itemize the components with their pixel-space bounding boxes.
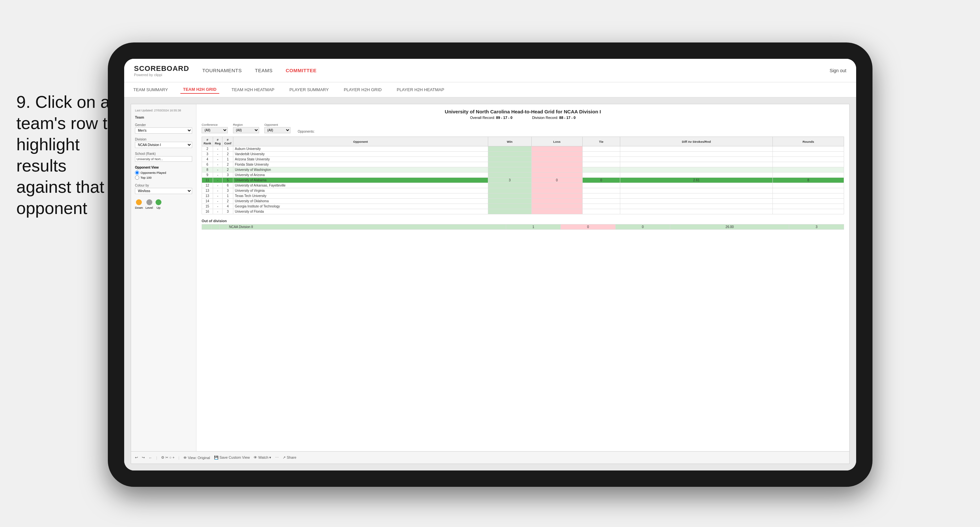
table-cell: University of Florida bbox=[233, 209, 488, 214]
radio-top-100[interactable]: Top 100 bbox=[135, 175, 192, 180]
table-cell bbox=[531, 157, 582, 162]
table-cell bbox=[773, 146, 844, 151]
table-cell bbox=[620, 204, 773, 209]
table-cell: University of Arizona bbox=[233, 172, 488, 178]
colour-by-select[interactable]: Win/loss bbox=[135, 188, 192, 194]
table-cell bbox=[582, 167, 620, 172]
table-cell bbox=[488, 146, 531, 151]
table-row[interactable]: 11-5University of Alabama3002.618 bbox=[202, 178, 844, 183]
table-cell bbox=[531, 188, 582, 193]
table-cell: Texas Tech University bbox=[233, 193, 488, 199]
table-row[interactable]: 12-6University of Arkansas, Fayetteville bbox=[202, 183, 844, 188]
undo-button[interactable]: ↩ bbox=[135, 455, 138, 460]
table-cell: Auburn University bbox=[233, 146, 488, 151]
table-row[interactable]: 13-1Texas Tech University bbox=[202, 193, 844, 199]
nav-committee[interactable]: COMMITTEE bbox=[286, 66, 317, 75]
table-cell: 1 bbox=[223, 146, 233, 151]
table-cell bbox=[773, 172, 844, 178]
tab-team-h2h-heatmap[interactable]: TEAM H2H HEATMAP bbox=[229, 86, 277, 94]
right-panel: University of North Carolina Head-to-Hea… bbox=[196, 104, 849, 451]
table-cell bbox=[488, 162, 531, 167]
table-row[interactable]: 14-2University of Oklahoma bbox=[202, 199, 844, 204]
ood-win: 1 bbox=[506, 224, 560, 230]
share-btn[interactable]: ↗ Share bbox=[283, 455, 296, 460]
table-cell: - bbox=[213, 146, 223, 151]
table-cell: - bbox=[213, 178, 223, 183]
table-cell: 1 bbox=[223, 193, 233, 199]
table-cell: 4 bbox=[202, 157, 213, 162]
table-cell bbox=[488, 157, 531, 162]
table-cell: 13 bbox=[202, 193, 213, 199]
table-row[interactable]: 16-3University of Florida bbox=[202, 209, 844, 214]
radio-opponents-played[interactable]: Opponents Played bbox=[135, 170, 192, 175]
toolbar-more-btn[interactable]: ⋯ bbox=[275, 455, 279, 460]
table-cell: 14 bbox=[202, 199, 213, 204]
tab-player-summary[interactable]: PLAYER SUMMARY bbox=[287, 86, 331, 94]
sign-out-link[interactable]: Sign out bbox=[830, 68, 846, 73]
tab-player-h2h-grid[interactable]: PLAYER H2H GRID bbox=[341, 86, 384, 94]
table-cell: 2 bbox=[223, 167, 233, 172]
table-cell: University of Oklahoma bbox=[233, 199, 488, 204]
table-cell: - bbox=[213, 157, 223, 162]
watch-btn[interactable]: 👁 Watch ▾ bbox=[254, 455, 271, 460]
table-row[interactable]: 6-2Florida State University bbox=[202, 162, 844, 167]
table-cell bbox=[582, 183, 620, 188]
table-cell bbox=[620, 151, 773, 157]
table-cell: - bbox=[213, 199, 223, 204]
tab-team-summary[interactable]: TEAM SUMMARY bbox=[131, 86, 170, 94]
gender-select[interactable]: Men's bbox=[135, 127, 192, 134]
table-cell bbox=[531, 204, 582, 209]
table-cell bbox=[620, 167, 773, 172]
table-row[interactable]: 13-3University of Virginia bbox=[202, 188, 844, 193]
conference-filter-select[interactable]: (All) bbox=[202, 127, 228, 133]
table-cell bbox=[531, 199, 582, 204]
out-of-division-label: Out of division bbox=[202, 219, 844, 223]
table-cell bbox=[620, 146, 773, 151]
table-cell bbox=[620, 183, 773, 188]
record-row: Overall Record: 89 - 17 - 0 Division Rec… bbox=[202, 116, 844, 119]
nav-teams[interactable]: TEAMS bbox=[255, 66, 272, 75]
table-cell: - bbox=[213, 167, 223, 172]
save-custom-view-btn[interactable]: 💾 Save Custom View bbox=[214, 455, 250, 460]
table-cell bbox=[773, 209, 844, 214]
division-select[interactable]: NCAA Division I bbox=[135, 142, 192, 148]
out-of-division-row[interactable]: NCAA Division II 1 0 0 26.00 3 bbox=[202, 224, 844, 230]
table-row[interactable]: 15-4Georgia Institute of Technology bbox=[202, 204, 844, 209]
table-cell bbox=[488, 209, 531, 214]
col-diff: Diff Av Strokes/Rnd bbox=[620, 137, 773, 146]
region-filter-select[interactable]: (All) bbox=[233, 127, 259, 133]
table-row[interactable]: 3-2Vanderbilt University bbox=[202, 151, 844, 157]
conference-filter: Conference (All) bbox=[202, 123, 228, 133]
table-cell: 8 bbox=[202, 167, 213, 172]
table-cell bbox=[488, 199, 531, 204]
team-label: Team bbox=[135, 115, 192, 119]
table-row[interactable]: 8-2University of Washington bbox=[202, 167, 844, 172]
redo-button[interactable]: ↪ bbox=[142, 455, 145, 460]
table-cell bbox=[773, 167, 844, 172]
table-cell: 0 bbox=[582, 178, 620, 183]
table-cell bbox=[531, 151, 582, 157]
tab-player-h2h-heatmap[interactable]: PLAYER H2H HEATMAP bbox=[394, 86, 447, 94]
table-row[interactable]: 2-1Auburn University bbox=[202, 146, 844, 151]
table-cell bbox=[582, 172, 620, 178]
table-row[interactable]: 9-3University of Arizona bbox=[202, 172, 844, 178]
back-button[interactable]: ← bbox=[149, 456, 152, 460]
table-cell bbox=[488, 172, 531, 178]
table-cell bbox=[531, 172, 582, 178]
view-original-btn[interactable]: 👁 View: Original bbox=[183, 456, 210, 460]
col-reg: # Reg bbox=[213, 137, 223, 146]
nav-tournaments[interactable]: TOURNAMENTS bbox=[202, 66, 242, 75]
table-cell: 2 bbox=[223, 162, 233, 167]
table-cell: 2 bbox=[223, 151, 233, 157]
ood-loss: 0 bbox=[561, 224, 615, 230]
ood-diff: 26.00 bbox=[670, 224, 789, 230]
team-filter-group: Team bbox=[135, 115, 192, 119]
table-cell: Florida State University bbox=[233, 162, 488, 167]
table-row[interactable]: 4-1Arizona State University bbox=[202, 157, 844, 162]
legend-down-dot bbox=[136, 199, 142, 205]
table-cell bbox=[773, 193, 844, 199]
opponent-filter-select[interactable]: (All) bbox=[264, 127, 291, 133]
tab-team-h2h-grid[interactable]: TEAM H2H GRID bbox=[180, 86, 219, 94]
radio-top-100-label: Top 100 bbox=[140, 176, 152, 179]
table-cell bbox=[582, 146, 620, 151]
